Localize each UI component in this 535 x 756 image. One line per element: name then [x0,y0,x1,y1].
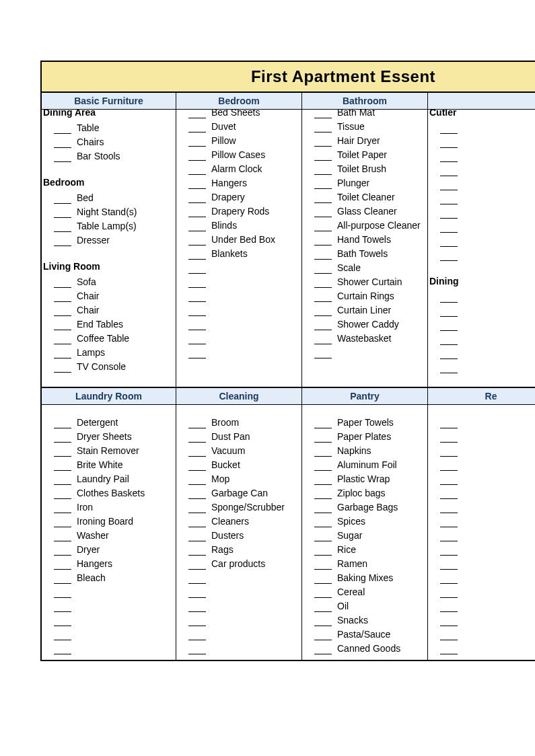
check-line[interactable] [54,122,71,134]
check-line[interactable] [440,305,458,317]
check-line[interactable] [188,178,206,189]
check-line[interactable] [188,262,206,274]
check-line[interactable] [54,544,71,556]
check-line[interactable] [54,474,71,485]
check-line[interactable] [188,488,206,499]
check-line[interactable] [314,135,332,147]
check-line[interactable] [314,178,332,189]
check-line[interactable] [314,417,332,428]
check-line[interactable] [440,417,458,428]
check-line[interactable] [188,206,206,217]
check-line[interactable] [188,643,206,654]
check-line[interactable] [314,276,332,288]
check-line[interactable] [314,530,332,541]
check-line[interactable] [440,474,458,485]
check-line[interactable] [314,347,332,358]
check-line[interactable] [440,431,458,443]
check-line[interactable] [54,431,71,443]
check-line[interactable] [54,488,71,499]
check-line[interactable] [188,248,206,260]
check-line[interactable] [188,601,206,612]
check-line[interactable] [314,587,332,598]
check-line[interactable] [314,149,332,161]
check-line[interactable] [314,305,332,316]
check-line[interactable] [54,587,71,598]
check-line[interactable] [188,220,206,231]
check-line[interactable] [54,516,71,527]
check-line[interactable] [188,431,206,443]
check-line[interactable] [440,530,458,541]
check-line[interactable] [440,137,458,148]
check-line[interactable] [188,572,206,584]
check-line[interactable] [314,333,332,344]
check-line[interactable] [188,135,206,147]
check-line[interactable] [314,544,332,556]
check-line[interactable] [188,347,206,358]
check-line[interactable] [440,516,458,527]
check-line[interactable] [314,643,332,654]
check-line[interactable] [188,445,206,457]
check-line[interactable] [314,110,332,118]
check-line[interactable] [314,163,332,175]
check-line[interactable] [314,291,332,302]
check-line[interactable] [440,459,458,471]
check-line[interactable] [54,530,71,541]
check-line[interactable] [188,305,206,316]
check-line[interactable] [440,572,458,584]
check-line[interactable] [440,151,458,162]
check-line[interactable] [440,221,458,233]
check-line[interactable] [54,151,71,162]
check-line[interactable] [440,488,458,499]
check-line[interactable] [440,235,458,247]
check-line[interactable] [188,121,206,133]
check-line[interactable] [54,206,71,218]
check-line[interactable] [314,192,332,203]
check-line[interactable] [54,347,71,358]
check-line[interactable] [314,572,332,584]
check-line[interactable] [188,149,206,161]
check-line[interactable] [54,305,71,316]
check-line[interactable] [314,502,332,513]
check-line[interactable] [188,333,206,344]
check-line[interactable] [314,629,332,640]
check-line[interactable] [188,234,206,245]
check-line[interactable] [440,319,458,331]
check-line[interactable] [54,615,71,626]
check-line[interactable] [188,629,206,640]
check-line[interactable] [54,361,71,373]
check-line[interactable] [54,291,71,302]
check-line[interactable] [314,234,332,245]
check-line[interactable] [314,319,332,330]
check-line[interactable] [54,221,71,232]
check-line[interactable] [54,601,71,612]
check-line[interactable] [188,615,206,626]
check-line[interactable] [440,348,458,359]
check-line[interactable] [314,615,332,626]
check-line[interactable] [440,544,458,556]
check-line[interactable] [54,502,71,513]
check-line[interactable] [54,558,71,570]
check-line[interactable] [54,333,71,344]
check-line[interactable] [314,220,332,231]
check-line[interactable] [188,110,206,118]
check-line[interactable] [440,643,458,654]
check-line[interactable] [188,276,206,288]
check-line[interactable] [188,530,206,541]
check-line[interactable] [54,629,71,640]
check-line[interactable] [440,207,458,219]
check-line[interactable] [440,629,458,640]
check-line[interactable] [314,206,332,217]
check-line[interactable] [54,459,71,471]
check-line[interactable] [54,643,71,654]
check-line[interactable] [440,334,458,345]
check-line[interactable] [54,276,71,288]
check-line[interactable] [54,137,71,148]
check-line[interactable] [54,445,71,457]
check-line[interactable] [188,474,206,485]
check-line[interactable] [54,319,71,330]
check-line[interactable] [314,121,332,133]
check-line[interactable] [188,544,206,556]
check-line[interactable] [440,291,458,303]
check-line[interactable] [314,262,332,274]
check-line[interactable] [54,235,71,246]
